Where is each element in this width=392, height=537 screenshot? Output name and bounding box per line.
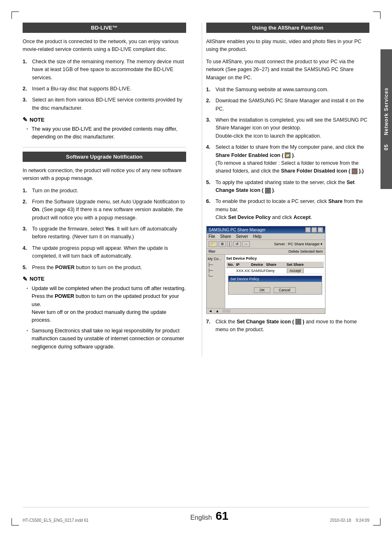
chapter-side-tab-text: 05 Network Services [383,88,389,150]
mock-col-device: Device [250,262,265,267]
mock-cell-extra [311,268,323,273]
mock-menu-help[interactable]: Help [253,234,262,239]
mock-sidebar-item2[interactable]: ├─ [208,267,224,273]
allshare-intro2: To use AllShare, you must connect the pr… [206,58,370,82]
allshare-step-4: 4. Select a folder to share from the My … [206,143,370,175]
mock-toolbar-btn-folder[interactable]: 📂 [209,241,217,247]
bdlive-note-item-1: The way you use BD-LIVE and the provided… [27,125,186,141]
mock-status-arrow: ▲ [215,309,219,313]
mock-server-label: Server : PC Share Manager ▾ [274,242,323,246]
mock-ok-button[interactable]: OK [254,287,270,293]
mock-toolbar-btn-settings[interactable]: ⚙ [219,241,226,247]
upgrade-note-item-2: Samsung Electronics shall take no legal … [27,327,186,351]
note-pencil-icon-2: ✎ [23,276,28,282]
mock-close-btn[interactable]: ✕ [318,227,323,233]
mock-dialog-body [228,282,322,286]
mock-table-header: No. IP Device Share Set Share [226,262,324,268]
two-column-layout: BD-LIVE™ Once the product is connected t… [23,23,369,357]
footer-language: English [190,514,212,521]
bdlive-steps: 1. Check the size of the remaining memor… [23,58,186,112]
bdlive-step-3: 3. Select an item from various BD-LIVE s… [23,96,186,112]
left-column: BD-LIVE™ Once the product is connected t… [23,23,190,357]
mock-toolbar-btn-sep: | [227,241,232,247]
page-container: 05 Network Services BD-LIVE™ Once the pr… [0,0,392,537]
mock-menu-file[interactable]: File [209,234,215,239]
right-column: Using the AllShare Function AllShare ena… [202,23,370,357]
mock-maximize-btn[interactable]: □ [311,227,317,233]
mock-accept-button[interactable]: Accept [287,268,304,273]
allshare-step-7-container: 7. Click the Set Change State icon ( ↑ )… [206,318,370,334]
mock-dialog-buttons: OK Cancel [228,286,322,294]
allshare-section-header: Using the AllShare Function [206,23,370,33]
mock-cancel-button[interactable]: Cancel [274,287,296,293]
upgrade-note-item-1: Update will be completed when the produc… [27,285,186,325]
bdlive-section-header: BD-LIVE™ [23,23,186,33]
mock-cell-share: Deny [265,268,286,273]
software-upgrade-steps: 1. Turn on the product. 2. From the Soft… [23,187,186,272]
software-upgrade-intro: In network connection, the product will … [23,167,186,183]
mock-col-share: Share [265,262,286,267]
upgrade-note-title: ✎ NOTE [23,276,186,282]
footer-date: 2010-02-18 [330,518,351,523]
mock-table-row: XXX.XXX.X.XX SAMSUNG Blu-ray Disc Player… [226,268,324,274]
mock-toolbar: 📂 ⚙ | ↺ → Server : PC Share Manager ▾ [207,240,325,249]
mock-title-text: SAMSUNG PC Share Manager [209,228,266,232]
upgrade-step-4: 4. The update progress popup will appear… [23,244,186,260]
mock-titlebar: SAMSUNG PC Share Manager ─ □ ✕ [207,226,325,233]
mock-toolbar-btn-refresh[interactable]: ↺ [233,241,241,247]
mock-toolbar-btn-arrow[interactable]: → [242,241,250,247]
bdlive-note-title: ✎ NOTE [23,116,186,123]
upgrade-note: ✎ NOTE Update will be completed when the… [23,276,186,351]
bdlive-step-2: 2. Insert a Blu-ray disc that supports B… [23,85,186,93]
mock-minimize-btn[interactable]: ─ [305,227,311,233]
main-content: BD-LIVE™ Once the product is connected t… [23,23,369,514]
mock-sidebar-item3[interactable]: └─ [208,273,224,279]
mock-filter-label: filter [209,249,216,254]
allshare-step-1: 1. Visit the Samsung website at www.sams… [206,86,370,94]
section-divider [23,147,186,148]
allshare-step-7: 7. Click the Set Change State icon ( ↑ )… [206,318,370,334]
chapter-number: 05 [383,144,389,150]
footer-page-number: 61 [216,509,228,523]
mock-status-back[interactable]: ◄ [209,309,212,313]
allshare-step-3: 3. When the installation is completed, y… [206,116,370,140]
mock-main-area: Set Device Policy No. IP Device Share Se… [225,255,325,308]
mock-delete-btn[interactable]: Delete Selected Item [288,249,323,254]
mock-cell-no [227,268,235,273]
mock-window-controls: ─ □ ✕ [305,227,323,233]
bdlive-note: ✎ NOTE The way you use BD-LIVE and the p… [23,116,186,141]
bdlive-title: BD-LIVE™ [91,25,118,31]
mock-col-extra [311,262,323,267]
allshare-intro1: AllShare enables you to play music, vide… [206,38,370,54]
footer-page-number-wrap: English 61 [190,509,228,523]
allshare-step7-list: 7. Click the Set Change State icon ( ↑ )… [206,318,370,334]
footer-file-info: HT-C5500_ELS_ENG_0217.indd 61 [23,518,89,523]
mock-cell-device: SAMSUNG Blu-ray Disc Player [250,268,265,273]
note-pencil-icon: ✎ [23,116,28,123]
software-upgrade-header: Software Upgrade Notification [23,152,186,162]
mock-sidebar-item1[interactable]: ├─ [208,262,224,267]
chapter-side-tab: 05 Network Services [380,49,392,189]
upgrade-step-5: 5. Press the POWER button to turn on the… [23,264,186,272]
footer-time: 9:24:09 [356,518,369,523]
footer-datetime: 2010-02-18 9:24:09 [330,518,369,523]
mock-cell-accept[interactable]: Accept [286,268,311,273]
mock-menubar: File Share Server Help [207,233,325,240]
allshare-step-5: 5. To apply the updated sharing state to… [206,179,370,195]
corner-mark-bl [12,518,19,525]
mock-sidebar-mypc[interactable]: My Co... [208,256,224,262]
mock-dialog-title: Set Device Policy [228,276,322,282]
mock-set-device-label: Set Device Policy [226,256,324,262]
mock-menu-server[interactable]: Server [236,234,248,239]
corner-mark-tr [373,12,380,19]
chapter-title: Network Services [383,88,389,135]
mock-body: My Co... ├─ ├─ └─ Set Device Policy No. [207,255,325,308]
mock-subtoolbar: filter Delete Selected Item [207,249,325,255]
upgrade-step-1: 1. Turn on the product. [23,187,186,195]
mock-status-indicator [222,309,231,313]
allshare-steps: 1. Visit the Samsung website at www.sams… [206,86,370,222]
mock-menu-share[interactable]: Share [220,234,231,239]
allshare-title: Using the AllShare Function [252,25,323,31]
bdlive-intro: Once the product is connected to the net… [23,38,186,54]
bdlive-note-list: The way you use BD-LIVE and the provided… [23,125,186,141]
